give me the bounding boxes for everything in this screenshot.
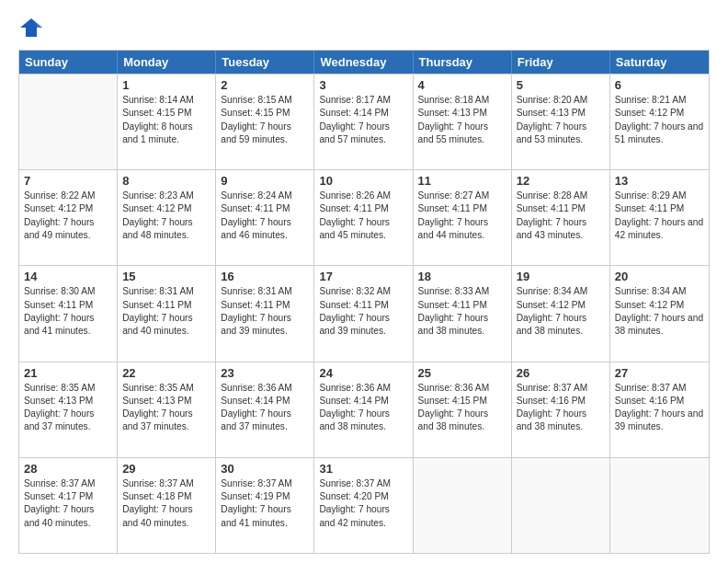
day-number: 15 xyxy=(122,270,210,283)
daylight-text: Daylight: 7 hours and 44 minutes. xyxy=(418,216,506,243)
day-number: 23 xyxy=(221,366,309,380)
day-number: 14 xyxy=(24,270,112,283)
cal-cell: 28 Sunrise: 8:37 AM Sunset: 4:17 PM Dayl… xyxy=(19,458,118,553)
cal-cell: 6 Sunrise: 8:21 AM Sunset: 4:12 PM Dayli… xyxy=(610,75,709,169)
cal-cell: 13 Sunrise: 8:29 AM Sunset: 4:11 PM Dayl… xyxy=(610,170,709,265)
cal-cell: 29 Sunrise: 8:37 AM Sunset: 4:18 PM Dayl… xyxy=(118,458,216,553)
sunset-text: Sunset: 4:11 PM xyxy=(517,202,605,215)
day-number: 18 xyxy=(418,270,506,283)
sunrise-text: Sunrise: 8:33 AM xyxy=(418,285,506,298)
cal-cell xyxy=(19,75,118,169)
cal-cell: 1 Sunrise: 8:14 AM Sunset: 4:15 PM Dayli… xyxy=(118,75,216,169)
sunset-text: Sunset: 4:11 PM xyxy=(24,299,112,312)
day-number: 17 xyxy=(319,270,407,283)
sunset-text: Sunset: 4:11 PM xyxy=(319,202,407,215)
sunset-text: Sunset: 4:12 PM xyxy=(615,107,704,120)
day-number: 20 xyxy=(615,270,704,283)
sunrise-text: Sunrise: 8:15 AM xyxy=(221,94,309,107)
sunrise-text: Sunrise: 8:30 AM xyxy=(24,285,112,298)
day-number: 1 xyxy=(122,78,210,92)
daylight-text: Daylight: 7 hours and 43 minutes. xyxy=(517,216,605,243)
daylight-text: Daylight: 7 hours and 40 minutes. xyxy=(122,312,210,339)
sunrise-text: Sunrise: 8:35 AM xyxy=(24,382,112,395)
calendar-body: 1 Sunrise: 8:14 AM Sunset: 4:15 PM Dayli… xyxy=(19,74,709,553)
day-number: 28 xyxy=(24,462,112,476)
daylight-text: Daylight: 7 hours and 55 minutes. xyxy=(418,121,506,147)
daylight-text: Daylight: 7 hours and 37 minutes. xyxy=(122,408,210,434)
day-number: 11 xyxy=(418,174,506,188)
day-header-thursday: Thursday xyxy=(414,51,512,74)
cal-cell: 2 Sunrise: 8:15 AM Sunset: 4:15 PM Dayli… xyxy=(216,75,314,169)
sunset-text: Sunset: 4:15 PM xyxy=(221,107,309,120)
logo-icon xyxy=(18,15,44,40)
cal-cell: 25 Sunrise: 8:36 AM Sunset: 4:15 PM Dayl… xyxy=(414,362,512,457)
day-number: 21 xyxy=(24,366,112,380)
sunset-text: Sunset: 4:11 PM xyxy=(615,202,704,215)
daylight-text: Daylight: 8 hours and 1 minute. xyxy=(122,121,210,147)
week-row-3: 21 Sunrise: 8:35 AM Sunset: 4:13 PM Dayl… xyxy=(19,362,709,457)
sunset-text: Sunset: 4:15 PM xyxy=(122,107,210,120)
sunset-text: Sunset: 4:12 PM xyxy=(24,202,112,215)
sunrise-text: Sunrise: 8:36 AM xyxy=(221,382,309,395)
daylight-text: Daylight: 7 hours and 38 minutes. xyxy=(517,312,605,339)
daylight-text: Daylight: 7 hours and 39 minutes. xyxy=(319,312,407,339)
day-number: 13 xyxy=(615,174,704,188)
daylight-text: Daylight: 7 hours and 48 minutes. xyxy=(122,216,210,243)
sunset-text: Sunset: 4:13 PM xyxy=(24,395,112,408)
daylight-text: Daylight: 7 hours and 38 minutes. xyxy=(615,312,704,339)
sunset-text: Sunset: 4:11 PM xyxy=(319,299,407,312)
cal-cell: 16 Sunrise: 8:31 AM Sunset: 4:11 PM Dayl… xyxy=(216,266,314,361)
cal-cell: 19 Sunrise: 8:34 AM Sunset: 4:12 PM Dayl… xyxy=(512,266,610,361)
cal-cell xyxy=(512,458,610,553)
sunset-text: Sunset: 4:12 PM xyxy=(122,202,210,215)
cal-cell: 31 Sunrise: 8:37 AM Sunset: 4:20 PM Dayl… xyxy=(314,458,413,553)
sunrise-text: Sunrise: 8:36 AM xyxy=(418,382,506,395)
sunset-text: Sunset: 4:11 PM xyxy=(221,299,309,312)
cal-cell xyxy=(610,458,709,553)
sunset-text: Sunset: 4:15 PM xyxy=(418,395,506,408)
day-number: 30 xyxy=(221,462,309,476)
daylight-text: Daylight: 7 hours and 42 minutes. xyxy=(319,503,407,530)
day-number: 27 xyxy=(615,366,704,380)
daylight-text: Daylight: 7 hours and 53 minutes. xyxy=(517,121,605,147)
sunrise-text: Sunrise: 8:34 AM xyxy=(615,285,704,298)
sunrise-text: Sunrise: 8:37 AM xyxy=(122,477,210,490)
sunrise-text: Sunrise: 8:24 AM xyxy=(221,190,309,202)
daylight-text: Daylight: 7 hours and 41 minutes. xyxy=(24,312,112,339)
daylight-text: Daylight: 7 hours and 39 minutes. xyxy=(615,408,704,434)
week-row-2: 14 Sunrise: 8:30 AM Sunset: 4:11 PM Dayl… xyxy=(19,265,709,361)
calendar-header: SundayMondayTuesdayWednesdayThursdayFrid… xyxy=(19,51,709,74)
cal-cell: 26 Sunrise: 8:37 AM Sunset: 4:16 PM Dayl… xyxy=(512,362,610,457)
day-number: 3 xyxy=(319,78,407,92)
day-number: 6 xyxy=(615,78,704,92)
daylight-text: Daylight: 7 hours and 46 minutes. xyxy=(221,216,309,243)
sunset-text: Sunset: 4:20 PM xyxy=(319,490,407,503)
week-row-0: 1 Sunrise: 8:14 AM Sunset: 4:15 PM Dayli… xyxy=(19,74,709,169)
daylight-text: Daylight: 7 hours and 38 minutes. xyxy=(418,312,506,339)
cal-cell: 12 Sunrise: 8:28 AM Sunset: 4:11 PM Dayl… xyxy=(512,170,610,265)
cal-cell: 15 Sunrise: 8:31 AM Sunset: 4:11 PM Dayl… xyxy=(118,266,216,361)
sunset-text: Sunset: 4:13 PM xyxy=(418,107,506,120)
daylight-text: Daylight: 7 hours and 40 minutes. xyxy=(122,503,210,530)
day-header-monday: Monday xyxy=(118,51,216,74)
week-row-1: 7 Sunrise: 8:22 AM Sunset: 4:12 PM Dayli… xyxy=(19,169,709,265)
sunrise-text: Sunrise: 8:17 AM xyxy=(319,94,407,107)
sunset-text: Sunset: 4:16 PM xyxy=(517,395,605,408)
daylight-text: Daylight: 7 hours and 37 minutes. xyxy=(221,408,309,434)
sunrise-text: Sunrise: 8:29 AM xyxy=(615,190,704,202)
sunrise-text: Sunrise: 8:14 AM xyxy=(122,94,210,107)
day-number: 26 xyxy=(517,366,605,380)
sunrise-text: Sunrise: 8:37 AM xyxy=(24,477,112,490)
day-number: 22 xyxy=(122,366,210,380)
daylight-text: Daylight: 7 hours and 42 minutes. xyxy=(615,216,704,243)
cal-cell: 21 Sunrise: 8:35 AM Sunset: 4:13 PM Dayl… xyxy=(19,362,118,457)
cal-cell: 24 Sunrise: 8:36 AM Sunset: 4:14 PM Dayl… xyxy=(314,362,413,457)
sunrise-text: Sunrise: 8:31 AM xyxy=(122,285,210,298)
sunrise-text: Sunrise: 8:36 AM xyxy=(319,382,407,395)
day-number: 24 xyxy=(319,366,407,380)
cal-cell: 10 Sunrise: 8:26 AM Sunset: 4:11 PM Dayl… xyxy=(314,170,413,265)
sunrise-text: Sunrise: 8:37 AM xyxy=(221,477,309,490)
day-number: 9 xyxy=(221,174,309,188)
sunset-text: Sunset: 4:19 PM xyxy=(221,490,309,503)
cal-cell: 30 Sunrise: 8:37 AM Sunset: 4:19 PM Dayl… xyxy=(216,458,314,553)
